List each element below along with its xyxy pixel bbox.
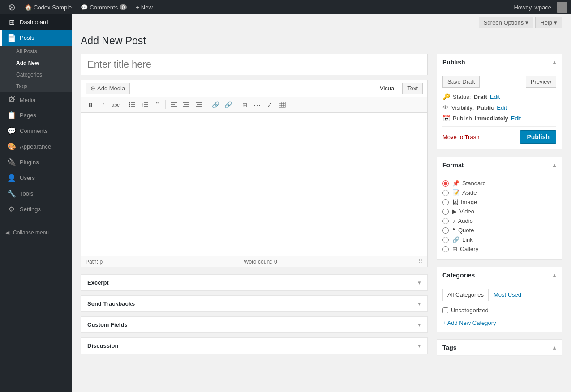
ol-button[interactable]: 123	[139, 99, 150, 111]
help-label: Help	[540, 19, 552, 26]
blockquote-button[interactable]: "	[151, 99, 163, 111]
format-label-gallery[interactable]: ⊞ Gallery	[452, 246, 478, 252]
sidebar-item-plugins[interactable]: 🔌 Plugins	[0, 154, 72, 170]
tags-toggle-icon: ▴	[553, 343, 556, 352]
tab-visual[interactable]: Visual	[375, 83, 400, 94]
category-list: Uncategorized	[442, 306, 556, 315]
format-label-standard[interactable]: 📌 Standard	[452, 180, 486, 187]
format-radio-image[interactable]	[442, 199, 449, 205]
fullscreen-button[interactable]: ⤢	[264, 99, 275, 111]
sidebar-item-media[interactable]: 🖼 Media	[0, 92, 72, 107]
collapse-arrow-icon: ◀	[5, 230, 9, 236]
format-label-link[interactable]: 🔗 Link	[452, 236, 473, 243]
table-button[interactable]	[276, 99, 288, 111]
preview-button[interactable]: Preview	[526, 76, 556, 88]
tags-box-header[interactable]: Tags ▴	[437, 340, 562, 356]
discussion-header[interactable]: Discussion ▾	[81, 338, 427, 354]
comments-button[interactable]: 💬 Comments 0	[76, 0, 131, 14]
format-label-video[interactable]: ▶ Video	[452, 208, 474, 215]
align-center-button[interactable]	[180, 99, 192, 111]
word-count-label: Word count:	[244, 259, 272, 265]
format-label-audio[interactable]: ♪ Audio	[452, 217, 473, 224]
sidebar-item-tools[interactable]: 🔧 Tools	[0, 186, 72, 201]
add-media-button[interactable]: ⊕ Add Media	[86, 83, 130, 94]
comments-menu-icon: 💬	[7, 127, 16, 135]
submenu-add-new[interactable]: Add New	[0, 57, 72, 69]
format-box-header[interactable]: Format ▴	[437, 157, 562, 173]
tab-all-categories[interactable]: All Categories	[442, 289, 489, 301]
format-radio-audio[interactable]	[442, 218, 449, 224]
insert-table-button[interactable]: ⊞	[239, 99, 250, 111]
site-name-button[interactable]: 🏠 Codex Sample	[20, 0, 76, 14]
publish-schedule-edit-link[interactable]: Edit	[511, 115, 521, 122]
editor-content[interactable]	[81, 113, 427, 256]
align-left-button[interactable]	[168, 99, 180, 111]
format-radio-aside[interactable]	[442, 190, 449, 196]
post-title-input[interactable]	[81, 54, 428, 75]
excerpt-header[interactable]: Excerpt ▾	[81, 275, 427, 290]
screen-options-label: Screen Options	[484, 19, 524, 26]
format-label-aside[interactable]: 📝 Aside	[452, 189, 477, 196]
sidebar-item-posts[interactable]: 📄 Posts	[0, 30, 72, 46]
custom-fields-header[interactable]: Custom Fields ▾	[81, 317, 427, 332]
italic-button[interactable]: I	[97, 99, 109, 111]
help-arrow-icon: ▾	[554, 19, 557, 26]
path-tag: p	[99, 259, 103, 265]
bold-button[interactable]: B	[85, 99, 96, 111]
publish-button[interactable]: Publish	[520, 130, 556, 144]
ul-button[interactable]	[126, 99, 138, 111]
editor-resize-handle[interactable]: ⠿	[418, 258, 423, 265]
remove-link-button[interactable]: 🔗	[222, 99, 234, 111]
publish-time-label: Publish	[453, 115, 472, 122]
sidebar-item-comments[interactable]: 💬 Comments	[0, 123, 72, 139]
format-radio-quote[interactable]	[442, 227, 449, 234]
custom-fields-toggle-icon: ▾	[418, 321, 421, 328]
send-trackbacks-header[interactable]: Send Trackbacks ▾	[81, 296, 427, 311]
format-item-image: 🖼 Image	[442, 197, 556, 207]
strikethrough-button[interactable]: abc	[110, 99, 121, 111]
submenu-categories[interactable]: Categories	[0, 69, 72, 81]
sidebar-item-pages[interactable]: 📋 Pages	[0, 107, 72, 123]
svg-rect-21	[279, 102, 285, 107]
collapse-menu-label: Collapse menu	[13, 230, 49, 236]
sidebar-item-users[interactable]: 👤 Users	[0, 170, 72, 186]
submenu-all-posts[interactable]: All Posts	[0, 46, 72, 57]
status-edit-link[interactable]: Edit	[490, 94, 500, 100]
new-content-button[interactable]: + New	[131, 0, 157, 14]
visibility-edit-link[interactable]: Edit	[497, 104, 507, 111]
insert-link-button[interactable]: 🔗	[210, 99, 221, 111]
publish-box-header[interactable]: Publish ▴	[437, 54, 562, 70]
sidebar-item-dashboard[interactable]: ⊞ Dashboard	[0, 14, 72, 30]
move-to-trash-link[interactable]: Move to Trash	[442, 134, 479, 141]
more-button[interactable]: ⋯	[251, 99, 263, 111]
tab-text[interactable]: Text	[402, 83, 423, 94]
format-label-image[interactable]: 🖼 Image	[452, 199, 477, 205]
format-radio-link[interactable]	[442, 237, 449, 243]
send-trackbacks-title: Send Trackbacks	[87, 300, 135, 307]
user-avatar	[557, 2, 567, 13]
format-radio-gallery[interactable]	[442, 246, 449, 252]
format-icon-audio: ♪	[452, 217, 455, 224]
add-new-category-link[interactable]: + Add New Category	[442, 320, 496, 326]
word-count-value: 0	[274, 259, 277, 265]
category-item-uncategorized: Uncategorized	[442, 306, 556, 315]
sidebar-item-settings[interactable]: ⚙ Settings	[0, 201, 72, 217]
wp-logo-button[interactable]: ⊛	[4, 0, 20, 14]
format-radio-standard[interactable]	[442, 180, 449, 187]
sidebar-item-label-plugins: Plugins	[20, 159, 39, 166]
submenu-tags[interactable]: Tags	[0, 81, 72, 92]
excerpt-title: Excerpt	[87, 279, 109, 286]
categories-box-header[interactable]: Categories ▴	[437, 267, 562, 283]
category-checkbox-uncategorized[interactable]	[442, 307, 448, 313]
help-button[interactable]: Help ▾	[535, 17, 562, 28]
save-draft-button[interactable]: Save Draft	[442, 76, 480, 88]
align-center-icon	[183, 102, 189, 107]
screen-options-button[interactable]: Screen Options ▾	[479, 17, 534, 28]
align-right-button[interactable]	[193, 99, 205, 111]
collapse-menu-button[interactable]: ◀ Collapse menu	[0, 226, 72, 239]
format-label-quote[interactable]: ❝ Quote	[452, 227, 474, 234]
sidebar-item-appearance[interactable]: 🎨 Appearance	[0, 139, 72, 154]
tab-most-used[interactable]: Most Used	[489, 289, 526, 301]
format-radio-video[interactable]	[442, 209, 449, 215]
publish-box-body: Save Draft Preview 🔑 Status: Draft Edit …	[437, 70, 562, 149]
